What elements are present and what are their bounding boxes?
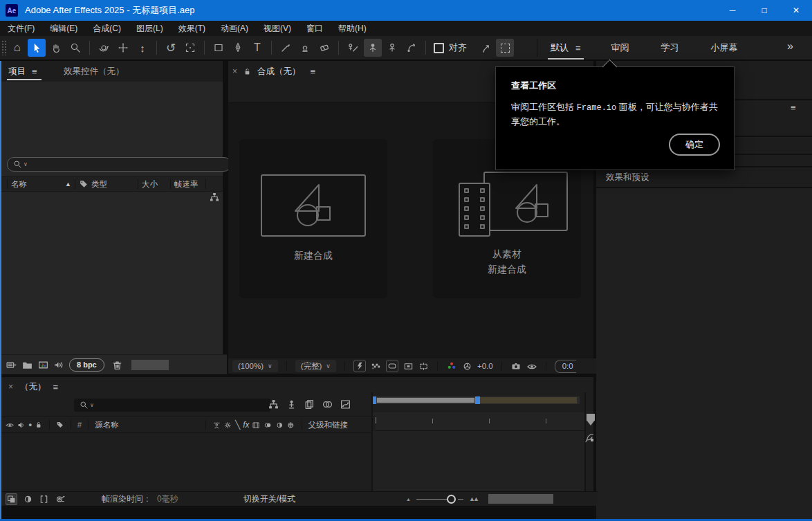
motion-blur-column-icon[interactable] [264,420,273,430]
expand-layer-switches-icon[interactable] [6,493,17,505]
zoom-slider-handle[interactable] [447,495,456,504]
region-of-interest-icon[interactable] [386,360,398,372]
close-button[interactable]: ✕ [780,0,812,21]
menu-composition[interactable]: 合成(C) [85,21,129,36]
eraser-tool[interactable] [315,39,333,57]
magnification-dropdown[interactable]: (100%)∨ [232,360,278,372]
timeline-h-scrollbar[interactable] [488,494,553,504]
panel-menu-icon[interactable]: ≡ [32,66,37,77]
tooltip-ok-button[interactable]: 确定 [669,134,720,156]
label-tag-icon[interactable] [79,179,89,189]
column-type[interactable]: 类型 [91,179,134,190]
workspace-overflow-icon[interactable]: » [787,40,793,53]
comp-tab-label[interactable]: 合成（无） [257,66,301,77]
snap-checkbox[interactable] [434,43,444,53]
fast-preview-icon[interactable] [353,360,366,372]
comp-button-quill-icon[interactable] [584,432,595,444]
effects-fx-icon[interactable]: fx [243,420,249,430]
timeline-search-input[interactable]: ∨ [74,399,270,412]
new-composition-icon[interactable] [37,359,49,371]
menu-layer[interactable]: 图层(L) [129,21,171,36]
render-time-snail-icon[interactable] [55,493,66,504]
collapse-transformations-icon[interactable] [223,420,232,430]
label-tag-icon[interactable] [56,420,64,430]
delete-trash-icon[interactable] [111,359,123,371]
tab-project[interactable]: 项目 ≡ [8,64,37,79]
audio-speaker-icon[interactable] [17,420,26,430]
zoom-out-mountain-icon[interactable]: ▲ [406,497,411,502]
snap-toggle[interactable]: 对齐 [431,42,470,54]
column-size[interactable]: 大小 [142,179,167,190]
search-dropdown-icon[interactable]: ∨ [24,161,28,167]
workspace-tab-default[interactable]: 默认 ≡ [545,39,587,56]
timeline-track-area[interactable] [373,431,584,493]
dolly-camera-tool[interactable]: ↕ [133,39,151,57]
quality-icon[interactable]: ╲ [235,420,240,430]
lock-column-icon[interactable] [35,420,43,430]
resolution-dropdown[interactable]: (完整)∨ [295,360,336,372]
orbit-camera-tool[interactable] [95,39,113,57]
toggle-switches-button[interactable]: 切换开关/模式 [243,493,295,505]
solo-icon[interactable]: ● [28,421,32,428]
puppet-bend-pin-icon[interactable] [403,39,421,57]
guides-icon[interactable] [403,361,414,372]
puppet-position-pin-icon[interactable] [364,39,382,57]
home-icon[interactable]: ⌂ [8,39,26,57]
column-parent-link[interactable]: 父级和链接 [308,420,359,430]
mask-expansion-icon[interactable] [496,39,514,57]
project-search-input[interactable]: ∨ [7,157,231,172]
comp-flowchart-icon[interactable] [268,399,279,410]
timeline-tab-close-icon[interactable]: × [8,382,13,392]
menu-file[interactable]: 文件(F) [0,21,42,36]
lock-icon[interactable] [243,67,252,76]
show-snapshot-eye-icon[interactable] [526,360,537,372]
puppet-starch-pin-icon[interactable] [383,39,401,57]
timeline-zoom-slider[interactable] [416,495,463,504]
3d-layer-icon[interactable] [286,420,295,430]
new-folder-icon[interactable] [21,359,33,371]
time-ruler[interactable] [371,412,584,431]
timeline-tab-label[interactable]: （无） [20,381,46,393]
adjustment-layer-icon[interactable] [275,420,284,430]
camera-region-icon[interactable] [181,39,199,57]
roto-brush-tool[interactable] [344,39,362,57]
bit-depth-button[interactable]: 8 bpc [69,358,104,372]
transparency-grid-icon[interactable] [371,361,381,372]
rectangle-tool[interactable] [210,39,228,57]
menu-effect[interactable]: 效果(T) [171,21,213,36]
menu-view[interactable]: 视图(V) [256,21,299,36]
frame-blend-column-icon[interactable] [252,420,261,430]
work-area-end-handle[interactable] [475,396,480,404]
zoom-tool[interactable] [66,39,84,57]
comp-panel-menu-icon[interactable]: ≡ [311,66,316,77]
minimize-button[interactable]: ─ [717,0,748,21]
column-name[interactable]: 名称 [11,179,65,190]
brush-tool[interactable] [277,39,295,57]
work-area-gray-segment[interactable] [376,397,475,403]
graph-editor-icon[interactable] [340,399,351,410]
selection-tool[interactable] [28,39,46,57]
column-index[interactable]: # [77,421,82,429]
menu-help[interactable]: 帮助(H) [331,21,374,36]
exposure-value[interactable]: +0.0 [477,362,493,370]
rotate-tool[interactable]: ↺ [162,39,180,57]
motion-blur-icon[interactable] [322,399,333,410]
transfer-controls-icon[interactable] [23,494,33,504]
toolbar-grip[interactable] [1,40,6,55]
crop-region-icon[interactable] [418,361,429,372]
workspace-tab-small-screen[interactable]: 小屏幕 [701,39,748,56]
share-arrow-icon[interactable] [477,39,495,57]
workspace-menu-icon[interactable]: ≡ [575,43,581,53]
interpret-footage-icon[interactable] [6,359,17,371]
in-out-panes-icon[interactable] [39,494,49,504]
comp-marker-bin[interactable] [587,414,595,426]
menu-animation[interactable]: 动画(A) [213,21,256,36]
frame-blend-icon[interactable] [304,399,315,410]
shy-icon[interactable] [212,420,221,430]
search-dropdown-icon[interactable]: ∨ [90,402,94,408]
hand-tool[interactable] [47,39,65,57]
menu-edit[interactable]: 编辑(E) [42,21,85,36]
column-frame-rate[interactable]: 帧速率 [174,179,202,190]
tab-effect-controls[interactable]: 效果控件（无） [64,64,124,79]
timeline-panel-menu-icon[interactable]: ≡ [53,382,59,392]
